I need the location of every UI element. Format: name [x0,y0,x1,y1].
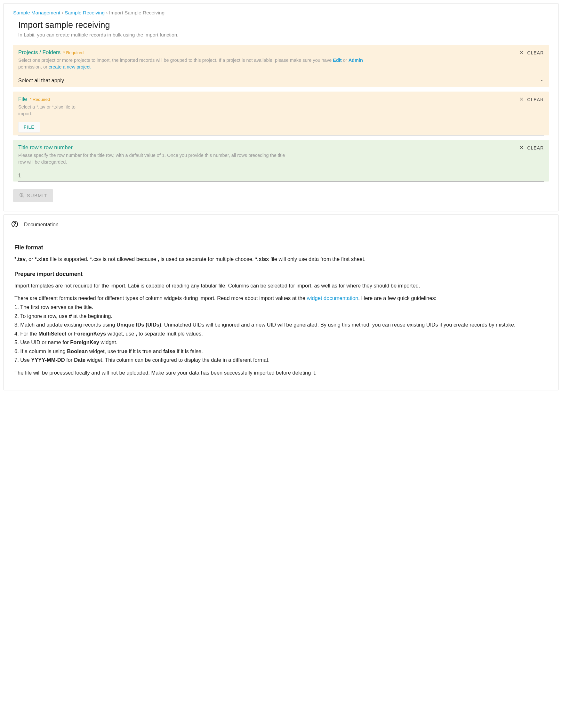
help-text: Select one project or more projects to i… [18,58,333,63]
svg-point-11 [14,225,15,226]
clear-label: CLEAR [527,97,544,102]
doc-text: , or [26,256,35,262]
breadcrumb-separator: › [106,10,109,15]
clear-label: CLEAR [527,145,544,150]
doc-text: to separate multiple values. [137,331,203,336]
doc-bold: MultiSelect [38,331,66,336]
doc-text: 6. If a column is using [14,348,67,354]
doc-text: if it is true and [127,348,163,354]
required-marker: * Required [30,97,50,102]
breadcrumb: Sample Management › Sample Receiving › I… [13,10,549,16]
documentation-header: Documentation [4,215,558,235]
page-description: In Labii, you can create multiple record… [18,32,549,38]
breadcrumb-link-2[interactable]: Sample Receiving [65,10,105,15]
documentation-title: Documentation [24,222,59,228]
help-text: permission [18,64,41,69]
input-underline [18,135,544,135]
clear-button-titlerow[interactable]: CLEAR [519,144,544,151]
doc-text: 3. Match and update existing records usi… [14,322,117,328]
help-text: , or [41,64,49,69]
clear-button-file[interactable]: CLEAR [519,96,544,102]
doc-text: at the beginning. [72,313,113,319]
breadcrumb-separator: › [62,10,65,15]
doc-bold: ForeignKey [70,339,99,345]
doc-bold: *.tsv [14,256,26,262]
help-icon [11,221,18,229]
submit-icon [19,192,24,199]
clear-label: CLEAR [527,50,544,55]
doc-prepare-p2: There are different formats needed for d… [14,294,548,303]
submit-button[interactable]: SUBMIT [13,189,53,202]
doc-text: 2. To ignore a row, use [14,313,69,319]
select-placeholder: Select all that apply [18,77,64,84]
close-icon [519,145,524,151]
doc-bold: *.xlsx [35,256,48,262]
field-label-titlerow: Title row's row number [18,144,73,150]
required-marker: * Required [63,50,84,55]
doc-bold: YYYY-MM-DD [31,357,65,363]
widget-documentation-link[interactable]: widget documentation [307,295,358,301]
close-icon [519,97,524,102]
doc-text: widget, use [106,331,136,336]
create-project-link[interactable]: create a new project [49,64,91,69]
file-button[interactable]: FILE [18,122,40,133]
doc-text: . Here are a few quick guidelines: [358,295,436,301]
help-admin-word: Admin [348,58,363,63]
field-help-file: Select a *.tsv or *.xlsx file to import. [18,104,80,117]
doc-list-item: 3. Match and update existing records usi… [14,321,548,329]
doc-bold: *.xlsx [255,256,269,262]
doc-bold: # [69,313,72,319]
doc-list-item: 5. Use UID or name for ForeignKey widget… [14,338,548,347]
doc-list-item: 1. The first row serves as the title. [14,303,548,311]
breadcrumb-current: Import Sample Receiving [109,10,165,15]
import-form-card: Sample Management › Sample Receiving › I… [3,3,559,211]
doc-bold: false [163,348,175,354]
doc-text: file is supported. *.csv is not allowed … [48,256,158,262]
clear-button-projects[interactable]: CLEAR [519,49,544,56]
doc-bold: true [118,348,127,354]
breadcrumb-link-1[interactable]: Sample Management [13,10,60,15]
doc-list-item: 7. Use YYYY-MM-DD for Date widget. This … [14,356,548,364]
doc-list-item: 4. For the MultiSelect or ForeignKeys wi… [14,330,548,338]
doc-text: or [66,331,74,336]
doc-bold: Date [74,357,86,363]
doc-list-item: 2. To ignore a row, use # at the beginni… [14,312,548,320]
doc-text: widget. [99,339,118,345]
submit-label: SUBMIT [27,193,47,198]
field-title-row-number: Title row's row number Please specify th… [13,140,549,182]
doc-text: 5. Use UID or name for [14,339,70,345]
documentation-body: File format *.tsv, or *.xlsx file is sup… [4,235,558,390]
doc-text: . Unmatched UIDs will be ignored and a n… [161,322,516,328]
help-text: or [342,58,348,63]
doc-fileformat-paragraph: *.tsv, or *.xlsx file is supported. *.cs… [14,255,548,263]
doc-text: widget, use [88,348,118,354]
doc-text: for [65,357,74,363]
page-title: Import sample receiving [18,20,549,30]
field-file: File * Required Select a *.tsv or *.xlsx… [13,92,549,135]
doc-text: There are different formats needed for d… [14,295,307,301]
doc-bold: Boolean [67,348,88,354]
doc-text: is used as separate for multiple choose. [159,256,255,262]
doc-prepare-p1: Import templates are not required for th… [14,282,548,290]
doc-guidelines-list: 1. The first row serves as the title. 2.… [14,303,548,364]
field-projects-folders: Projects / Folders * Required Select one… [13,45,549,87]
svg-line-9 [22,196,24,197]
projects-select[interactable]: Select all that apply [18,74,544,87]
doc-text: 4. For the [14,331,38,336]
doc-text: file will only use data from the first s… [269,256,365,262]
field-label-file: File [18,96,27,102]
help-edit-word: Edit [333,58,341,63]
close-icon [519,50,524,56]
doc-text: widget. This column can be configured to… [86,357,270,363]
doc-list-item: 6. If a column is using Boolean widget, … [14,347,548,356]
doc-heading-fileformat: File format [14,243,548,252]
doc-bold: ForeignKeys [74,331,106,336]
field-label-projects: Projects / Folders [18,49,61,55]
doc-bold: Unique IDs (UIDs) [117,322,161,328]
chevron-down-icon [540,78,544,84]
documentation-card: Documentation File format *.tsv, or *.xl… [3,214,559,390]
doc-text: if it is false. [175,348,203,354]
title-row-input[interactable] [18,169,544,182]
doc-heading-prepare: Prepare import document [14,270,548,279]
field-help-titlerow: Please specify the row number for the ti… [18,152,287,166]
